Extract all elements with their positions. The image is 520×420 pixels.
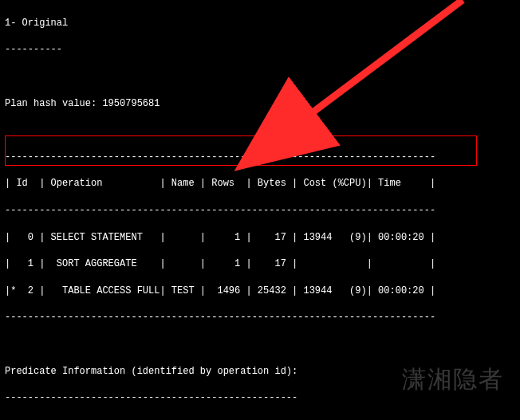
blank-line (5, 338, 515, 351)
dash-line: ---------- (5, 43, 515, 57)
section1-title: 1- Original (5, 17, 515, 30)
table-border: ----------------------------------------… (5, 311, 515, 324)
table-row: | 0 | SELECT STATEMENT | | 1 | 17 | 1394… (5, 231, 515, 245)
blank-line (5, 70, 515, 84)
predicate-title: Predicate Information (identified by ope… (5, 365, 515, 379)
table-row: | 1 | SORT AGGREGATE | | 1 | 17 | | | (5, 257, 515, 271)
plan-hash-value: 1950795681 (102, 98, 160, 109)
table-row: |* 2 | TABLE ACCESS FULL| TEST | 1496 | … (5, 285, 515, 298)
plan-hash-line: Plan hash value: 1950795681 (5, 97, 515, 111)
terminal-output: 1- Original ---------- Plan hash value: … (0, 0, 520, 420)
dash-line: ----------------------------------------… (5, 391, 515, 405)
table-border: ----------------------------------------… (5, 151, 515, 164)
plan-hash-label: Plan hash value: (5, 98, 102, 109)
table-header: | Id | Operation | Name | Rows | Bytes |… (5, 177, 515, 190)
table-border: ----------------------------------------… (5, 204, 515, 218)
blank-line (5, 124, 515, 137)
